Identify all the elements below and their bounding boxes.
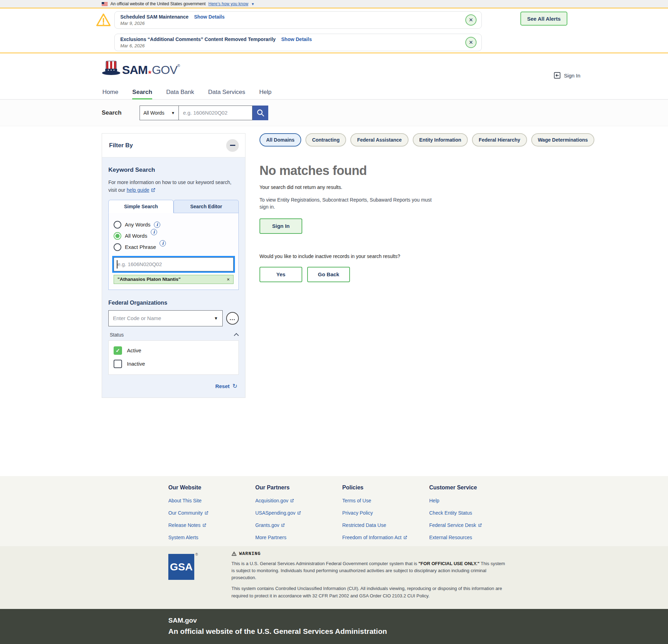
nav-item-data-bank[interactable]: Data Bank	[166, 85, 194, 99]
footer-link-system-alerts[interactable]: System Alerts	[168, 535, 255, 540]
pill-contracting[interactable]: Contracting	[305, 133, 346, 147]
logo-gov-text: GOV	[152, 63, 177, 76]
see-all-alerts-button[interactable]: See All Alerts	[520, 12, 567, 26]
nav-item-help[interactable]: Help	[259, 85, 271, 99]
search-submit-button[interactable]	[252, 106, 268, 120]
federal-org-combobox[interactable]: Enter Code or Name ▼	[108, 310, 223, 326]
footer-link-more-partners[interactable]: More Partners	[255, 535, 342, 540]
federal-org-placeholder: Enter Code or Name	[113, 315, 161, 321]
nav-item-data-services[interactable]: Data Services	[208, 85, 245, 99]
status-options-box: ✓ Active Inactive	[108, 340, 239, 375]
minus-icon	[230, 145, 235, 146]
alert-row: Scheduled SAM Maintenance Show Details M…	[95, 11, 668, 29]
go-back-button[interactable]: Go Back	[307, 267, 350, 282]
more-options-button[interactable]: ...	[226, 312, 239, 325]
reset-icon[interactable]: ↻	[232, 382, 237, 390]
us-flag-icon	[102, 2, 108, 6]
caret-down-icon[interactable]: ▼	[214, 316, 218, 321]
caret-down-icon: ▼	[171, 111, 175, 115]
footer-link-check-entity-status[interactable]: Check Entity Status	[429, 510, 516, 516]
show-details-link[interactable]: Show Details	[194, 14, 224, 20]
pill-federal-assistance[interactable]: Federal Assistance	[350, 133, 408, 147]
footer-link-restricted-data-use[interactable]: Restricted Data Use	[342, 522, 429, 528]
pill-entity-information[interactable]: Entity Information	[413, 133, 468, 147]
banner-text: An official website of the United States…	[110, 1, 205, 6]
top-search-input[interactable]	[179, 106, 252, 120]
logo-star-icon: ★	[148, 69, 152, 75]
sign-in-icon	[553, 72, 561, 79]
footer-link-our-community[interactable]: Our Community	[168, 510, 255, 516]
footer-link-external-resources[interactable]: External Resources	[429, 535, 516, 540]
footer-links: Our Website About This Site Our Communit…	[0, 476, 668, 546]
footer-column-our-website: Our Website About This Site Our Communit…	[168, 484, 255, 546]
status-header-row: Status	[110, 332, 238, 338]
close-alert-button[interactable]: ✕	[465, 37, 477, 48]
warning-triangle-icon	[95, 12, 112, 28]
search-type-value: All Words	[143, 110, 164, 116]
domain-filter-pills: All Domains Contracting Federal Assistan…	[259, 133, 668, 147]
external-link-icon	[204, 511, 209, 515]
sign-in-button[interactable]: Sign In	[259, 218, 302, 234]
chevron-up-icon[interactable]	[234, 333, 239, 338]
tab-search-editor[interactable]: Search Editor	[174, 200, 239, 213]
chevron-down-icon: ▼	[251, 2, 255, 6]
radio-all-words[interactable]	[114, 232, 121, 240]
alert-date: Mar 9, 2026	[120, 21, 225, 26]
radio-exact-phrase-label: Exact Phrase	[125, 244, 156, 250]
keyword-tag-label: "Athanasios Platon Ntantis"	[117, 277, 181, 282]
header-sign-in-link[interactable]: Sign In	[553, 72, 580, 79]
logo-registered-mark: ®	[177, 63, 180, 68]
alert-title: Scheduled SAM Maintenance	[120, 14, 188, 20]
info-icon[interactable]: i	[151, 229, 157, 235]
keyword-search-input[interactable]	[114, 257, 234, 271]
radio-any-words[interactable]	[114, 221, 121, 229]
footer-link-about-this-site[interactable]: About This Site	[168, 498, 255, 503]
show-details-link[interactable]: Show Details	[281, 36, 312, 42]
checkbox-active[interactable]: ✓	[114, 346, 122, 355]
external-link-icon	[281, 523, 285, 527]
external-link-icon	[151, 188, 156, 192]
nav-item-home[interactable]: Home	[102, 85, 118, 99]
search-band: Search All Words ▼	[0, 100, 668, 126]
pill-all-domains[interactable]: All Domains	[259, 133, 301, 147]
footer-link-grants-gov[interactable]: Grants.gov	[255, 522, 342, 528]
footer-link-privacy-policy[interactable]: Privacy Policy	[342, 510, 429, 516]
checkbox-inactive[interactable]	[114, 360, 122, 368]
keyword-tabs: Simple Search Search Editor	[108, 200, 239, 213]
footer-link-usaspending-gov[interactable]: USASpending.gov	[255, 510, 342, 516]
pill-federal-hierarchy[interactable]: Federal Hierarchy	[472, 133, 527, 147]
filter-by-title: Filter By	[109, 142, 133, 149]
footer-link-foia[interactable]: Freedom of Information Act	[342, 535, 429, 540]
radio-exact-phrase[interactable]	[114, 243, 121, 251]
tab-simple-search[interactable]: Simple Search	[108, 200, 174, 213]
heres-how-you-know-link[interactable]: Here’s how you know	[208, 1, 248, 6]
footer-link-release-notes[interactable]: Release Notes	[168, 522, 255, 528]
sign-in-required-message: To view Entity Registrations, Subcontrac…	[259, 196, 435, 211]
external-link-icon	[403, 535, 407, 540]
reset-filters-link[interactable]: Reset	[215, 383, 230, 389]
footer-link-federal-service-desk[interactable]: Federal Service Desk	[429, 522, 516, 528]
collapse-filters-button[interactable]	[226, 139, 239, 152]
alert-card: Scheduled SAM Maintenance Show Details M…	[114, 11, 482, 29]
yes-button[interactable]: Yes	[259, 267, 302, 282]
alert-row: Exclusions “Additional Comments” Content…	[95, 34, 668, 51]
help-guide-link[interactable]: help guide	[127, 187, 149, 193]
info-icon[interactable]: i	[160, 240, 166, 246]
nav-item-search[interactable]: Search	[132, 85, 152, 99]
alert-title: Exclusions “Additional Comments” Content…	[120, 36, 276, 42]
footer-link-acquisition-gov[interactable]: Acquisition.gov	[255, 498, 342, 503]
search-type-select[interactable]: All Words ▼	[140, 106, 179, 120]
info-icon[interactable]: i	[154, 222, 160, 228]
uncle-sam-hat-icon	[102, 60, 121, 76]
external-link-icon	[478, 523, 482, 527]
footer-link-terms-of-use[interactable]: Terms of Use	[342, 498, 429, 503]
pill-wage-determinations[interactable]: Wage Determinations	[531, 133, 595, 147]
footer-link-help[interactable]: Help	[429, 498, 516, 503]
bottom-identity-bar: SAM.gov An official website of the U.S. …	[0, 609, 668, 644]
remove-tag-icon[interactable]: ×	[227, 277, 230, 282]
alert-card: Exclusions “Additional Comments” Content…	[114, 34, 482, 51]
sam-gov-logo[interactable]: SAM★GOV®	[102, 60, 180, 76]
main-content: Filter By Keyword Search For more inform…	[0, 126, 668, 476]
close-alert-button[interactable]: ✕	[465, 14, 477, 26]
gsa-registered-mark: ®	[195, 553, 198, 556]
